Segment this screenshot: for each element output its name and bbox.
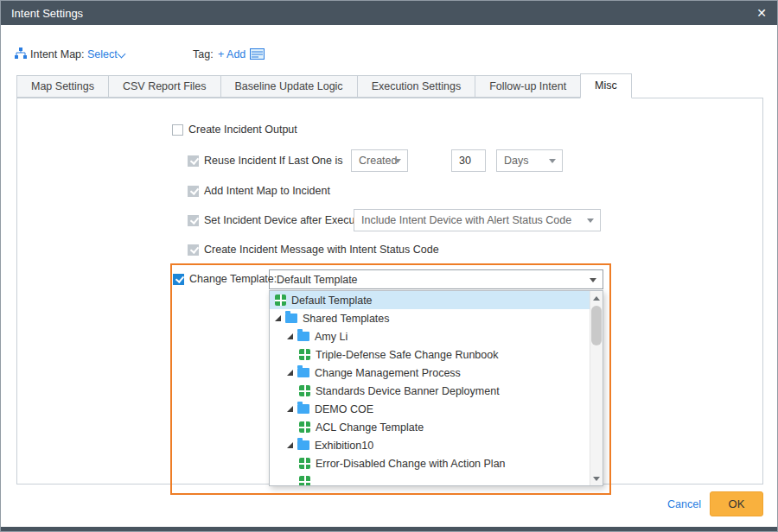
intent-settings-dialog: Intent Settings ✕ Intent Map: Select Tag… xyxy=(0,0,778,532)
tree-item-label: Exhibition10 xyxy=(315,440,373,452)
intent-map-label: Intent Map: xyxy=(30,47,85,62)
template-dropdown: Default Template Shared Templates Amy Li… xyxy=(269,290,603,486)
reuse-incident-checkbox[interactable] xyxy=(188,155,199,167)
tree-item-shared-templates[interactable]: Shared Templates xyxy=(270,309,590,327)
tab-execution-settings[interactable]: Execution Settings xyxy=(357,75,476,98)
tree-item-standards-device-banner[interactable]: Standards Device Banner Deployment xyxy=(270,382,590,400)
cancel-button[interactable]: Cancel xyxy=(667,497,701,512)
close-icon[interactable]: ✕ xyxy=(756,7,767,19)
intent-map-icon xyxy=(15,48,27,62)
tree-item-triple-defense[interactable]: Triple-Defense Safe Change Runbook xyxy=(270,345,590,364)
reuse-status-select[interactable]: Created xyxy=(351,149,408,172)
template-icon xyxy=(299,458,310,469)
tab-bar: Map Settings CSV Report Files Baseline U… xyxy=(16,75,631,98)
folder-icon xyxy=(285,314,297,323)
tree-item-label: ACL Change Template xyxy=(316,421,424,434)
reuse-incident-label: Reuse Incident If Last One is xyxy=(204,155,343,167)
scrollbar-thumb[interactable] xyxy=(591,306,602,345)
tree-item-label: Standards Device Banner Deployment xyxy=(316,385,500,397)
add-intent-map-checkbox[interactable] xyxy=(188,186,199,197)
tree-expander-icon[interactable] xyxy=(287,442,293,448)
template-tree: Default Template Shared Templates Amy Li… xyxy=(270,291,590,485)
tab-misc[interactable]: Misc xyxy=(580,73,632,98)
template-icon xyxy=(299,349,310,360)
tree-item-partial[interactable] xyxy=(270,472,590,485)
window-bottom-edge xyxy=(1,527,777,531)
tag-label: Tag: xyxy=(193,47,214,62)
tab-csv-report-files[interactable]: CSV Report Files xyxy=(108,75,221,98)
reuse-status-value: Created xyxy=(359,155,397,167)
tree-item-demo-coe[interactable]: DEMO COE xyxy=(270,400,590,418)
create-incident-output-checkbox[interactable] xyxy=(172,124,183,136)
template-icon xyxy=(299,385,310,396)
change-template-combobox[interactable]: Default Template xyxy=(269,269,603,289)
chevron-down-icon xyxy=(587,218,594,223)
add-intent-map-label: Add Intent Map to Incident xyxy=(204,185,330,197)
tab-follow-up-intent[interactable]: Follow-up Intent xyxy=(475,75,581,98)
tree-item-label: DEMO COE xyxy=(315,403,373,415)
tree-item-label: Amy Li xyxy=(315,331,348,343)
within-days-input[interactable] xyxy=(451,149,486,172)
template-icon xyxy=(275,294,286,306)
incident-device-value: Include Intent Device with Alert Status … xyxy=(361,214,571,226)
tag-add-link[interactable]: + Add xyxy=(218,47,246,62)
change-template-checkbox[interactable] xyxy=(173,274,184,285)
tab-baseline-update-logic[interactable]: Baseline Update Logic xyxy=(220,75,358,98)
change-template-value: Default Template xyxy=(277,274,358,286)
tree-item-label: Triple-Defense Safe Change Runbook xyxy=(316,349,498,361)
tree-expander-icon[interactable] xyxy=(287,406,293,412)
scroll-up-icon[interactable] xyxy=(590,291,603,305)
scroll-down-icon[interactable] xyxy=(590,472,603,485)
change-template-label: Change Template: xyxy=(189,273,277,285)
folder-icon xyxy=(297,368,309,377)
set-incident-device-checkbox[interactable] xyxy=(188,215,199,226)
tag-list-icon[interactable] xyxy=(250,48,265,62)
create-incident-output-label: Create Incident Output xyxy=(188,124,297,136)
set-incident-device-label: Set Incident Device after Execution: xyxy=(204,214,375,226)
tab-map-settings[interactable]: Map Settings xyxy=(16,75,109,98)
folder-icon xyxy=(297,332,309,341)
tree-expander-icon[interactable] xyxy=(275,315,281,321)
tree-item-error-disabled-change[interactable]: Error-Disabled Change with Action Plan xyxy=(270,454,590,472)
tree-item-change-management-process[interactable]: Change Management Process xyxy=(270,364,590,382)
chevron-down-icon[interactable] xyxy=(118,50,126,59)
dialog-title: Intent Settings xyxy=(11,7,83,20)
tree-item-exhibition10[interactable]: Exhibition10 xyxy=(270,436,590,454)
ok-button[interactable]: OK xyxy=(710,491,763,516)
create-incident-message-checkbox[interactable] xyxy=(188,244,199,256)
create-incident-message-label: Create Incident Message with Intent Stat… xyxy=(204,244,439,256)
incident-device-select[interactable]: Include Intent Device with Alert Status … xyxy=(354,209,601,231)
dialog-titlebar: Intent Settings ✕ xyxy=(1,1,777,25)
tree-expander-icon[interactable] xyxy=(287,333,293,339)
dropdown-scrollbar[interactable] xyxy=(590,291,603,485)
folder-icon xyxy=(297,440,309,450)
days-unit-value: Days xyxy=(504,155,528,167)
tree-item-label: Shared Templates xyxy=(303,313,390,325)
tree-item-default-template[interactable]: Default Template xyxy=(270,291,590,309)
tree-item-acl-change-template[interactable]: ACL Change Template xyxy=(270,418,590,436)
template-icon xyxy=(299,421,310,433)
chevron-down-icon xyxy=(394,159,401,163)
tree-item-label: Change Management Process xyxy=(315,367,461,379)
chevron-down-icon xyxy=(590,278,596,282)
template-icon xyxy=(299,476,310,485)
tree-expander-icon[interactable] xyxy=(287,370,293,376)
chevron-down-icon xyxy=(549,159,556,163)
intent-map-select-link[interactable]: Select xyxy=(87,47,118,62)
folder-icon xyxy=(297,404,309,414)
tree-item-amy-li[interactable]: Amy Li xyxy=(270,327,590,345)
tree-item-label: Error-Disabled Change with Action Plan xyxy=(316,458,506,470)
tree-item-label: Default Template xyxy=(291,294,373,307)
days-unit-select[interactable]: Days xyxy=(496,149,563,172)
